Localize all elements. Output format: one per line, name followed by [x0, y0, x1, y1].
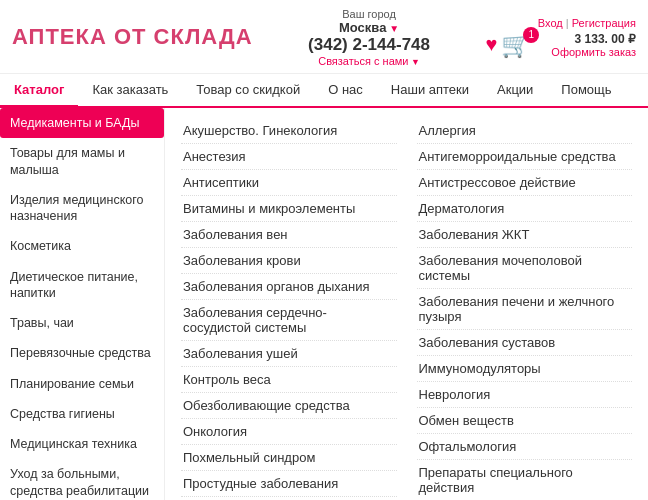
category-right: Аллергия Антигеморроидальные средства Ан… [417, 118, 633, 500]
list-item[interactable]: Заболевания мочеполовой системы [417, 248, 633, 289]
sidebar: Медикаменты и БАДы Товары для мамы и мал… [0, 108, 165, 500]
list-item[interactable]: Контроль веса [181, 367, 397, 393]
nav-item-catalog[interactable]: Каталог [0, 74, 78, 108]
list-item[interactable]: Заболевания печени и желчного пузыря [417, 289, 633, 330]
logo: АПТЕКА ОТ СКЛАДА [12, 25, 253, 49]
order-button[interactable]: Оформить заказ [551, 46, 636, 58]
list-item[interactable]: Обмен веществ [417, 408, 633, 434]
list-item[interactable]: Офтальмология [417, 434, 633, 460]
sidebar-item-medications[interactable]: Медикаменты и БАДы [0, 108, 164, 138]
list-item[interactable]: Антистрессовое действие [417, 170, 633, 196]
list-item[interactable]: Антисептики [181, 170, 397, 196]
list-item[interactable]: Простудные заболевания [181, 471, 397, 497]
nav-item-promotions[interactable]: Акции [483, 74, 547, 106]
sidebar-item-diet[interactable]: Диетическое питание, напитки [0, 262, 164, 309]
sidebar-item-hygiene[interactable]: Средства гигиены [0, 399, 164, 429]
list-item[interactable]: Препараты специального действия [417, 460, 633, 500]
nav-item-about[interactable]: О нас [314, 74, 377, 106]
list-item[interactable]: Заболевания ушей [181, 341, 397, 367]
list-item[interactable]: Антигеморроидальные средства [417, 144, 633, 170]
heart-icon[interactable]: ♥ [485, 33, 497, 56]
list-item[interactable]: Витамины и микроэлементы [181, 196, 397, 222]
list-item[interactable]: Заболевания вен [181, 222, 397, 248]
header-right: Вход | Регистрация ♥ 🛒 1 3 133. 00 ₽ Офо… [485, 17, 636, 59]
sidebar-item-mom-baby[interactable]: Товары для мамы и малыша [0, 138, 164, 185]
list-item[interactable]: Акушерство. Гинекология [181, 118, 397, 144]
sidebar-item-patient-care[interactable]: Уход за больными, средства реабилитации [0, 459, 164, 500]
nav-item-how-to-order[interactable]: Как заказать [78, 74, 182, 106]
login-link[interactable]: Вход [538, 17, 563, 29]
list-item[interactable]: Заболевания сердечно-сосудистой системы [181, 300, 397, 341]
list-item[interactable]: Заболевания суставов [417, 330, 633, 356]
phone-number: (342) 2-144-748 [308, 35, 430, 55]
list-item[interactable]: Аллергия [417, 118, 633, 144]
list-item[interactable]: Заболевания крови [181, 248, 397, 274]
header: АПТЕКА ОТ СКЛАДА Ваш город Москва (342) … [0, 0, 648, 74]
list-item[interactable]: Заболевания органов дыхания [181, 274, 397, 300]
list-item[interactable]: Неврология [417, 382, 633, 408]
nav-item-discounted[interactable]: Товар со скидкой [182, 74, 314, 106]
header-center: Ваш город Москва (342) 2-144-748 Связать… [308, 8, 430, 67]
sidebar-item-medical-products[interactable]: Изделия медицинского назначения [0, 185, 164, 232]
sidebar-item-bandages[interactable]: Перевязочные средства [0, 338, 164, 368]
cart-badge: 1 [523, 27, 539, 43]
sidebar-item-herbs[interactable]: Травы, чаи [0, 308, 164, 338]
cart-price: 3 133. 00 ₽ [551, 32, 636, 46]
list-item[interactable]: Иммуномодуляторы [417, 356, 633, 382]
nav-bar: Каталог Как заказать Товар со скидкой О … [0, 74, 648, 108]
category-grid: Акушерство. Гинекология Анестезия Антисе… [181, 118, 632, 500]
list-item[interactable]: Заболевания ЖКТ [417, 222, 633, 248]
nav-item-help[interactable]: Помощь [547, 74, 625, 106]
city-selector[interactable]: Москва [308, 20, 430, 35]
nav-item-pharmacies[interactable]: Наши аптеки [377, 74, 483, 106]
category-left: Акушерство. Гинекология Анестезия Антисе… [181, 118, 397, 500]
list-item[interactable]: Онкология [181, 419, 397, 445]
list-item[interactable]: Похмельный синдром [181, 445, 397, 471]
list-item[interactable]: Обезболивающие средства [181, 393, 397, 419]
main-content: Медикаменты и БАДы Товары для мамы и мал… [0, 108, 648, 500]
contact-link[interactable]: Связаться с нами [308, 55, 430, 67]
list-item[interactable]: Дерматология [417, 196, 633, 222]
sidebar-item-cosmetics[interactable]: Косметика [0, 231, 164, 261]
sidebar-item-family-planning[interactable]: Планирование семьи [0, 369, 164, 399]
auth-links: Вход | Регистрация [538, 17, 636, 29]
category-content: Акушерство. Гинекология Анестезия Антисе… [165, 108, 648, 500]
register-link[interactable]: Регистрация [572, 17, 636, 29]
sidebar-item-medical-tech[interactable]: Медицинская техника [0, 429, 164, 459]
list-item[interactable]: Анестезия [181, 144, 397, 170]
city-label: Ваш город [308, 8, 430, 20]
